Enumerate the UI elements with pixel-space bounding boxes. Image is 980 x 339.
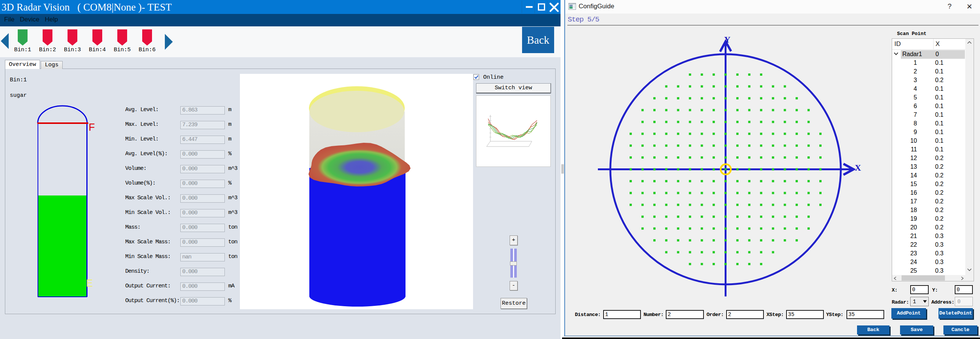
svg-text:X: X [855,163,861,173]
svg-text:Bin:6: Bin:6 [138,47,156,53]
svg-text:Bin:1: Bin:1 [14,47,31,53]
svg-text:Y: Y [724,35,731,44]
svg-text:Bin:3: Bin:3 [64,47,81,53]
svg-text:F: F [89,122,95,133]
svg-text:E: E [86,277,93,289]
svg-text:Bin:5: Bin:5 [113,47,130,53]
svg-text:Bin:4: Bin:4 [89,47,106,53]
svg-text:Bin:2: Bin:2 [39,47,56,53]
